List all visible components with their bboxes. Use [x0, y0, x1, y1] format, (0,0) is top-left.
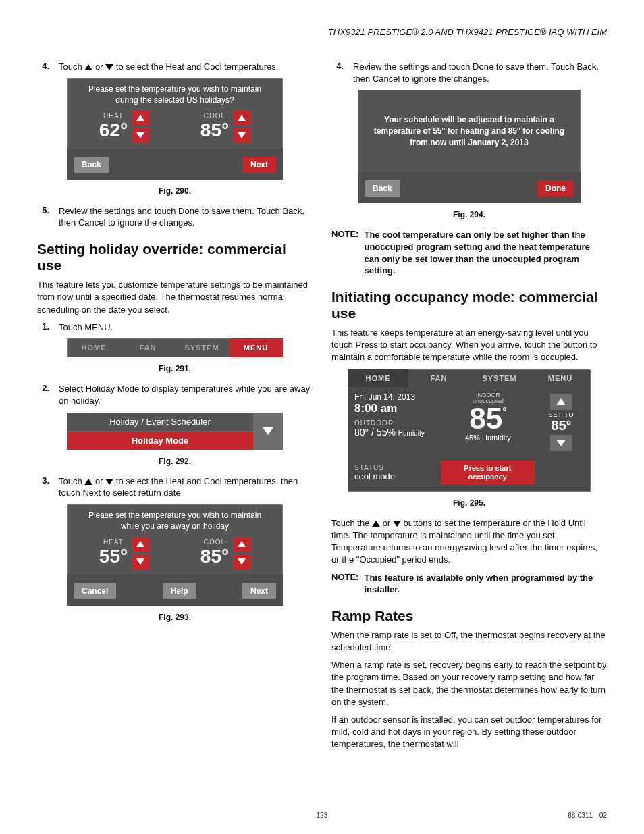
step-number: 3.	[37, 475, 49, 499]
note-label: NOTE:	[331, 229, 358, 276]
figure-caption: Fig. 294.	[331, 210, 607, 219]
thermostat-screen-293: Please set the temperature you wish to m…	[67, 504, 283, 606]
heat-up-button[interactable]	[132, 537, 149, 552]
step-text: Touch MENU.	[59, 321, 313, 334]
temp-down-button[interactable]	[550, 435, 572, 451]
cool-label: COOL	[200, 538, 229, 546]
next-button[interactable]: Next	[242, 583, 276, 599]
figure-caption: Fig. 290.	[37, 186, 313, 196]
page-header: THX9321 PRESTIGE® 2.0 AND THX9421 PRESTI…	[37, 27, 607, 37]
triangle-up-icon	[372, 521, 380, 527]
paragraph: If an outdoor sensor is installed, you c…	[331, 714, 607, 751]
step-number: 4.	[331, 61, 344, 84]
paragraph: This feature lets you customize temperat…	[37, 279, 313, 316]
scroll-down-button[interactable]	[253, 413, 283, 450]
tab-home[interactable]: HOME	[348, 369, 408, 387]
cool-up-button[interactable]	[233, 537, 250, 552]
step-text: Select Holiday Mode to display temperatu…	[59, 383, 313, 407]
paragraph: Touch the or buttons to set the temperat…	[331, 517, 607, 567]
note-label: NOTE:	[331, 572, 358, 596]
outdoor-value: 80° / 55% Humidity	[354, 427, 437, 438]
next-button[interactable]: Next	[242, 157, 276, 173]
cool-down-button[interactable]	[233, 554, 250, 569]
section-heading: Setting holiday override: commercial use	[37, 241, 313, 273]
back-button[interactable]: Back	[365, 180, 400, 197]
tab-menu[interactable]: MENU	[229, 338, 283, 357]
cool-up-button[interactable]	[233, 111, 250, 126]
indoor-temp: 85°	[443, 405, 533, 432]
figure-caption: Fig. 293.	[37, 613, 313, 622]
done-button[interactable]: Done	[537, 180, 574, 197]
step-text: Review the settings and touch Done to sa…	[59, 205, 313, 229]
page-number: 123	[317, 812, 328, 819]
triangle-up-icon	[84, 479, 92, 485]
set-to-label: SET TO	[539, 411, 584, 418]
date-display: Fri, Jun 14, 2013	[354, 392, 437, 402]
tab-system[interactable]: SYSTEM	[175, 338, 229, 357]
heat-label: HEAT	[99, 538, 128, 546]
section-heading: Ramp Rates	[331, 608, 607, 624]
tab-menu[interactable]: MENU	[530, 369, 591, 387]
cool-label: COOL	[200, 112, 229, 120]
screen-message: Please set the temperature you wish to m…	[67, 504, 283, 534]
figure-caption: Fig. 295.	[331, 498, 607, 508]
page-footer: 12368-0311—02	[37, 812, 607, 819]
thermostat-tabs-291: HOME FAN SYSTEM MENU	[67, 338, 283, 357]
figure-caption: Fig. 291.	[37, 364, 313, 373]
heat-value: 62°	[99, 120, 128, 141]
menu-item-holiday-scheduler[interactable]: Holiday / Event Scheduler	[67, 413, 253, 432]
step-number: 2.	[37, 383, 49, 407]
outdoor-label: OUTDOOR	[354, 419, 437, 427]
set-to-value: 85°	[539, 418, 584, 434]
cool-value: 85°	[200, 120, 229, 141]
tab-fan[interactable]: FAN	[121, 338, 175, 357]
step-number: 4.	[37, 61, 49, 73]
thermostat-screen-290: Please set the temperature you wish to m…	[67, 78, 283, 180]
heat-down-button[interactable]	[132, 554, 149, 569]
help-button[interactable]: Help	[163, 583, 196, 599]
triangle-down-icon	[105, 64, 113, 70]
paragraph: When a ramp rate is set, recovery begins…	[331, 659, 607, 708]
cancel-button[interactable]: Cancel	[74, 583, 116, 599]
tab-home[interactable]: HOME	[67, 338, 121, 357]
status-value: cool mode	[354, 471, 435, 481]
left-column: 4.Touch or to select the Heat and Cool t…	[37, 61, 313, 756]
step-text: Touch or to select the Heat and Cool tem…	[59, 475, 313, 499]
screen-message: Your schedule will be adjusted to mainta…	[358, 90, 581, 172]
time-display: 8:00 am	[354, 402, 437, 415]
triangle-down-icon	[105, 479, 113, 485]
note-text: The cool temperature can only be set hig…	[364, 229, 607, 276]
thermostat-home-295: HOME FAN SYSTEM MENU Fri, Jun 14, 2013 8…	[348, 369, 591, 492]
heat-up-button[interactable]	[132, 111, 149, 126]
menu-item-holiday-mode[interactable]: Holiday Mode	[67, 432, 253, 450]
tab-system[interactable]: SYSTEM	[469, 369, 530, 387]
paragraph: This feature keeps temperature at an ene…	[331, 327, 607, 364]
paragraph: When the ramp rate is set to Off, the th…	[331, 629, 607, 654]
doc-number: 68-0311—02	[568, 812, 607, 819]
step-text: Review the settings and touch Done to sa…	[353, 61, 607, 84]
figure-caption: Fig. 292.	[37, 457, 313, 466]
note-text: This feature is available only when prog…	[364, 572, 607, 596]
temp-up-button[interactable]	[550, 394, 572, 410]
thermostat-screen-294: Your schedule will be adjusted to mainta…	[358, 90, 581, 203]
step-text: Touch or to select the Heat and Cool tem…	[59, 61, 313, 73]
section-heading: Initiating occupancy mode: commercial us…	[331, 289, 607, 321]
cool-value: 85°	[200, 546, 229, 567]
heat-label: HEAT	[99, 112, 128, 120]
tab-fan[interactable]: FAN	[408, 369, 469, 387]
triangle-down-icon	[393, 521, 401, 527]
step-number: 5.	[37, 205, 49, 229]
back-button[interactable]: Back	[74, 157, 109, 173]
menu-list-292: Holiday / Event Scheduler Holiday Mode	[67, 413, 283, 450]
screen-message: Please set the temperature you wish to m…	[67, 78, 283, 108]
status-label: STATUS	[354, 464, 435, 471]
press-to-start-button[interactable]: Press to start occupancy	[441, 461, 535, 485]
cool-down-button[interactable]	[233, 128, 250, 143]
heat-value: 55°	[99, 546, 128, 567]
right-column: 4.Review the settings and touch Done to …	[331, 61, 607, 756]
heat-down-button[interactable]	[132, 128, 149, 143]
step-number: 1.	[37, 321, 49, 334]
triangle-up-icon	[84, 64, 92, 70]
